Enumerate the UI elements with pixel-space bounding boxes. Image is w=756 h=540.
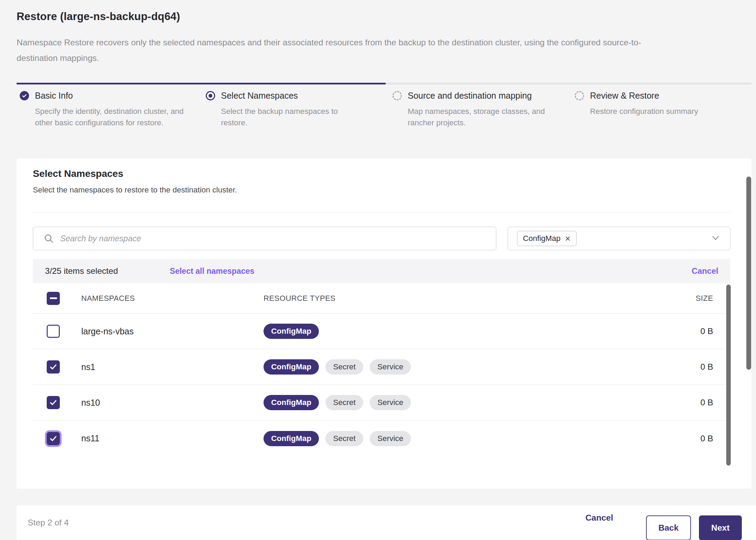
column-header-size: SIZE <box>627 294 730 303</box>
select-all-namespaces-link[interactable]: Select all namespaces <box>170 267 254 276</box>
panel-heading: Select Namespaces <box>33 168 123 179</box>
step-description: Select the backup namespaces to restore. <box>221 106 345 128</box>
page-title: Restore (large-ns-backup-dq64) <box>17 10 729 23</box>
step-label: Basic Info <box>35 91 73 101</box>
page-description: Namespace Restore recovers only the sele… <box>17 35 660 66</box>
step-indicator: Step 2 of 4 <box>28 518 69 528</box>
check-icon <box>49 363 57 371</box>
namespace-size: 0 B <box>627 362 730 372</box>
panel-subheading: Select the namespaces to restore to the … <box>33 186 237 195</box>
step-basic-info[interactable]: Basic Info Specify the identity, destina… <box>17 91 203 128</box>
dashed-circle-icon <box>575 91 584 100</box>
wizard-footer: Step 2 of 4 Cancel Back Next <box>17 505 756 540</box>
step-description: Restore configuration summary <box>590 106 735 117</box>
search-input[interactable] <box>60 227 492 250</box>
step-description: Map namespaces, storage classes, and ran… <box>408 106 560 128</box>
check-circle-icon <box>20 91 29 100</box>
namespace-name: ns10 <box>81 398 264 408</box>
resource-type-filter-select[interactable]: ConfigMap ✕ <box>508 227 730 250</box>
column-header-namespaces: NAMESPACES <box>81 294 264 303</box>
next-button[interactable]: Next <box>699 515 742 540</box>
divider <box>33 212 730 213</box>
namespace-name: ns1 <box>81 362 264 372</box>
row-checkbox[interactable] <box>47 325 60 338</box>
namespace-name: large-ns-vbas <box>81 326 264 336</box>
namespace-name: ns11 <box>81 433 264 443</box>
step-select-namespaces[interactable]: Select Namespaces Select the backup name… <box>203 91 382 128</box>
filter-tag-configmap: ConfigMap ✕ <box>517 231 577 246</box>
resource-type-badge: Service <box>370 359 411 375</box>
wizard-stepper: Basic Info Specify the identity, destina… <box>0 91 756 150</box>
radio-dot-icon <box>206 91 215 100</box>
step-label: Select Namespaces <box>221 91 298 101</box>
filter-tag-label: ConfigMap <box>523 234 561 243</box>
selection-summary-bar: 3/25 items selected Select all namespace… <box>33 259 730 283</box>
select-all-checkbox[interactable] <box>47 292 60 305</box>
selected-count-text: 3/25 items selected <box>45 266 118 276</box>
resource-type-badge: ConfigMap <box>264 359 319 375</box>
table-scrollbar[interactable] <box>726 285 731 466</box>
close-icon[interactable]: ✕ <box>565 235 571 242</box>
footer-actions: Cancel Back Next <box>586 505 742 540</box>
resource-type-badge: ConfigMap <box>264 395 319 410</box>
resource-type-badge: Service <box>370 431 411 446</box>
step-description: Specify the identity, destination cluste… <box>35 106 187 128</box>
check-icon <box>49 434 57 443</box>
step-label: Source and destination mapping <box>408 91 532 101</box>
resource-type-badge: ConfigMap <box>264 431 319 446</box>
wizard-progress-fill <box>17 83 386 84</box>
table-row: ns11 ConfigMap Secret Service 0 B <box>33 421 730 456</box>
namespaces-table: NAMESPACES RESOURCE TYPES SIZE large-ns-… <box>33 283 730 456</box>
namespace-size: 0 B <box>627 398 730 407</box>
table-controls: ConfigMap ✕ <box>33 227 730 250</box>
selection-cancel-link[interactable]: Cancel <box>692 267 718 276</box>
table-row: large-ns-vbas ConfigMap 0 B <box>33 314 730 349</box>
table-row: ns10 ConfigMap Secret Service 0 B <box>33 385 730 421</box>
select-namespaces-panel: Select Namespaces Select the namespaces … <box>17 159 752 489</box>
resource-type-badge: Secret <box>325 431 363 446</box>
cancel-button[interactable]: Cancel <box>586 513 613 523</box>
resource-type-badge: Service <box>370 395 411 410</box>
search-icon <box>44 233 54 244</box>
wizard-progress-track <box>17 83 752 84</box>
minus-icon <box>50 297 57 299</box>
step-label: Review & Restore <box>590 91 659 101</box>
namespace-size: 0 B <box>627 326 730 336</box>
page-scrollbar[interactable] <box>746 177 751 370</box>
resource-type-badge: Secret <box>325 359 363 375</box>
row-checkbox[interactable] <box>47 360 60 374</box>
back-button[interactable]: Back <box>646 515 691 540</box>
table-row: ns1 ConfigMap Secret Service 0 B <box>33 349 730 385</box>
namespace-search-box[interactable] <box>33 227 496 250</box>
chevron-down-icon[interactable] <box>710 232 721 245</box>
row-checkbox[interactable] <box>47 432 60 445</box>
page-header: Restore (large-ns-backup-dq64) Namespace… <box>17 10 729 66</box>
column-header-resource-types: RESOURCE TYPES <box>264 294 627 303</box>
resource-type-badge: ConfigMap <box>264 324 319 339</box>
check-icon <box>49 398 57 407</box>
namespace-size: 0 B <box>627 434 730 443</box>
row-checkbox[interactable] <box>47 396 60 409</box>
step-review-restore[interactable]: Review & Restore Restore configuration s… <box>572 91 745 117</box>
step-source-destination-mapping[interactable]: Source and destination mapping Map names… <box>389 91 569 128</box>
table-header-row: NAMESPACES RESOURCE TYPES SIZE <box>33 283 730 314</box>
dashed-circle-icon <box>393 91 402 100</box>
resource-type-badge: Secret <box>325 395 363 410</box>
